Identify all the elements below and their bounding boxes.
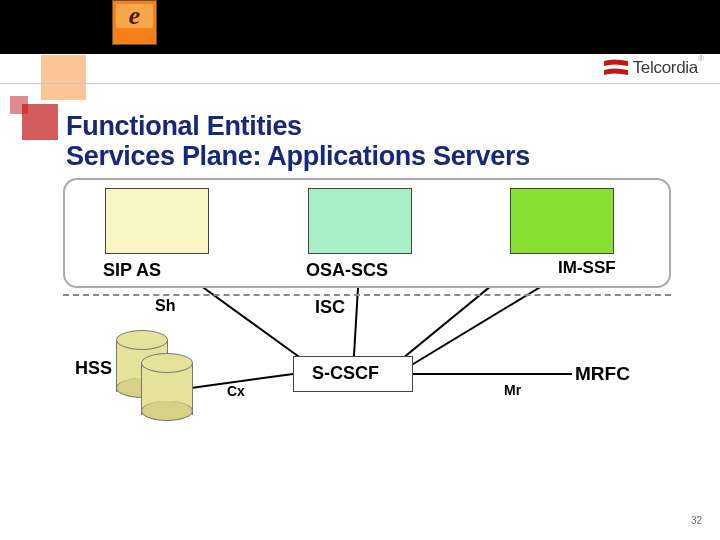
page-number: 32 [691, 515, 702, 526]
dashed-divider [63, 294, 671, 296]
label-mr: Mr [504, 382, 521, 398]
decor-orange-square-2 [41, 55, 86, 100]
slide-title: Functional Entities Services Plane: Appl… [66, 111, 530, 171]
label-hss: HSS [75, 358, 112, 379]
telcordia-logo: Telcordia [603, 58, 698, 78]
slide: e Telcordia ® Functional Entities Servic… [0, 0, 720, 540]
hss-cylinder-front [141, 353, 193, 421]
sip-as-block [105, 188, 209, 254]
osa-scs-block [308, 188, 412, 254]
logo-text: Telcordia [633, 58, 698, 78]
horizontal-rule [0, 83, 720, 84]
label-osa-scs: OSA-SCS [306, 260, 388, 281]
label-mrfc: MRFC [575, 363, 630, 385]
decor-red-square-big [22, 104, 58, 140]
label-sip-as: SIP AS [103, 260, 161, 281]
decor-e-glyph: e [116, 4, 153, 28]
title-line-1: Functional Entities [66, 111, 530, 141]
label-im-ssf: IM-SSF [558, 258, 616, 278]
logo-mark-icon [603, 58, 629, 78]
top-black-band [0, 0, 720, 54]
im-ssf-block [510, 188, 614, 254]
label-cx: Cx [227, 383, 245, 399]
title-line-2: Services Plane: Applications Servers [66, 141, 530, 171]
label-sh: Sh [155, 297, 175, 315]
logo-trademark: ® [698, 54, 704, 63]
label-s-cscf: S-CSCF [312, 363, 379, 384]
label-isc: ISC [315, 297, 345, 318]
